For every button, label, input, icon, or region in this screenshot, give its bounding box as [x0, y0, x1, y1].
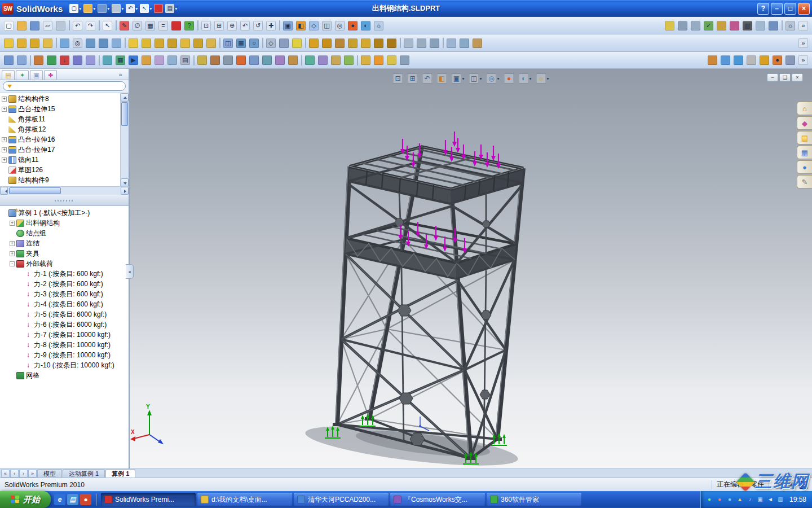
nonlinear-study-button[interactable] — [273, 54, 286, 67]
redo-button[interactable]: ↷ — [84, 19, 97, 32]
sensors-button[interactable] — [303, 54, 316, 67]
section-analysis-button[interactable] — [372, 54, 385, 67]
study-tree-item[interactable]: 算例 1 (-默认<按加工>-) — [2, 208, 127, 218]
spacer-button[interactable] — [411, 54, 706, 67]
rib-button[interactable] — [153, 36, 166, 50]
swept-boss-button[interactable] — [28, 36, 41, 50]
new-document-button[interactable]: ▢ — [2, 19, 15, 32]
toolbox-button[interactable] — [758, 54, 771, 67]
study-tree-item[interactable]: ↓ 力-9 (:按条目: 10000 kgf:) — [17, 350, 127, 360]
extruded-cut-button[interactable] — [58, 36, 71, 50]
study-tree-item[interactable]: + 夹具 — [10, 248, 127, 259]
tab-scroll-prev[interactable]: ‹ — [10, 470, 19, 478]
miter-flange-button[interactable] — [428, 36, 441, 50]
trim-extend-button[interactable] — [333, 36, 346, 50]
file-explorer-tab[interactable]: ▤ — [797, 131, 812, 144]
filter-input[interactable] — [15, 82, 121, 90]
shell-button[interactable] — [179, 36, 192, 50]
configurationmanager-tab[interactable]: ▣ — [30, 70, 43, 80]
zoom-in-out-button[interactable]: ⊕ — [226, 19, 239, 32]
curves-button[interactable] — [277, 36, 290, 50]
custom-properties-tab[interactable]: ✎ — [797, 175, 812, 189]
feature-tree-item[interactable]: 结构构件9 — [2, 175, 120, 185]
feature-tree-item[interactable]: + 结构构件8 — [2, 94, 120, 104]
edge-flange-button[interactable] — [415, 36, 428, 50]
file-properties-button[interactable]: ▤ — [164, 2, 178, 15]
zoom-to-fit-button[interactable]: ⊡ — [200, 19, 213, 32]
view-settings-button[interactable]: ☼ — [535, 72, 551, 85]
photoview-button[interactable]: ● — [771, 54, 784, 67]
open-document-button[interactable] — [15, 19, 28, 32]
tray-volume-icon[interactable]: ◄ — [766, 496, 774, 503]
spacer-button[interactable] — [385, 19, 663, 32]
apply-scene-button[interactable]: ◐ — [517, 72, 533, 85]
section-properties-button[interactable] — [689, 19, 702, 32]
motion-manager-button[interactable] — [706, 54, 719, 67]
study-tree-item[interactable]: ↓ 力-6 (:按条目: 6000 kgf:) — [17, 319, 127, 330]
combine-bodies-button[interactable] — [458, 36, 471, 50]
open-document-button[interactable] — [82, 2, 96, 15]
equations-button[interactable]: = — [157, 19, 170, 32]
study-tree-item[interactable]: ↓ 力-8 (:按条目: 10000 kgf:) — [17, 340, 127, 350]
separator-button[interactable] — [196, 19, 200, 32]
wrap-button[interactable] — [192, 36, 205, 50]
panel-tabs-overflow[interactable]: » — [114, 70, 127, 80]
tab-scroll-next[interactable]: › — [19, 470, 28, 478]
fatigue-study-button[interactable] — [209, 54, 222, 67]
graphics-viewport[interactable]: Y X ⊡ ⊞ ↶ ◧ ▣ ◫ ◎ ● ◐ ☼ — [130, 69, 812, 468]
rebuild-button[interactable] — [153, 2, 164, 15]
study-tree-item[interactable]: + 出料钢结构 — [10, 218, 127, 228]
extruded-boss-button[interactable] — [2, 36, 15, 50]
solidworks-rx-button[interactable] — [170, 19, 183, 32]
separator-button[interactable] — [67, 19, 71, 32]
feature-tree-item[interactable]: 草图126 — [2, 165, 120, 175]
select-pointer-button[interactable]: ↖ — [101, 19, 114, 32]
study-advisor-button[interactable] — [2, 54, 15, 67]
results-advisor-button[interactable] — [140, 54, 153, 67]
instant3d-button[interactable] — [290, 36, 303, 50]
rotate-view-button[interactable]: ↺ — [251, 19, 264, 32]
doc-minimize-button[interactable]: – — [767, 73, 778, 82]
study-tree-item[interactable]: + 连结 — [10, 238, 127, 248]
print-document-button[interactable] — [111, 2, 125, 15]
drop-test-button[interactable] — [222, 54, 235, 67]
design-insight-button[interactable] — [196, 54, 209, 67]
document-tab[interactable]: 模型 — [37, 469, 62, 478]
mass-props-button[interactable] — [398, 54, 411, 67]
task-360-task-button[interactable]: 360软件管家 — [487, 493, 581, 506]
measure-button[interactable] — [663, 19, 676, 32]
tray-update-icon[interactable]: ▲ — [736, 496, 744, 503]
dimxpertmanager-tab[interactable]: ✚ — [44, 70, 57, 80]
chamfer-button[interactable] — [140, 36, 153, 50]
panel-splitter[interactable] — [0, 195, 129, 206]
featuremanager-tab[interactable]: ▤ — [2, 70, 15, 80]
separator-button[interactable] — [299, 54, 303, 67]
scrollbar-thumb[interactable] — [121, 102, 128, 126]
view-palette-tab[interactable]: ▦ — [797, 146, 812, 159]
separator-button[interactable] — [97, 19, 101, 32]
make-drawing-from-part-button[interactable]: ▱ — [41, 19, 54, 32]
zoom-to-area-button[interactable]: ⊞ — [405, 72, 419, 85]
draft-button[interactable] — [166, 36, 179, 50]
hide-show-items-button[interactable]: ◎ — [484, 72, 501, 85]
tray-antivirus-icon[interactable]: ● — [716, 496, 723, 503]
dome-button[interactable] — [205, 36, 218, 50]
expand-toggle[interactable]: + — [10, 251, 15, 256]
run-study-button[interactable]: ▶ — [127, 54, 140, 67]
zoom-to-fit-button[interactable]: ⊡ — [391, 72, 404, 85]
external-loads-advisor-button[interactable]: ↓ — [58, 54, 71, 67]
feature-tree-item[interactable]: + 镜向11 — [2, 155, 120, 165]
previous-view-button[interactable]: ↶ — [239, 19, 251, 32]
close-button[interactable]: × — [798, 3, 810, 15]
separator-button[interactable] — [28, 54, 32, 67]
expand-toggle[interactable]: + — [2, 107, 7, 112]
separator-button[interactable] — [123, 36, 127, 50]
revolved-cut-button[interactable] — [84, 36, 97, 50]
separator-button[interactable] — [441, 36, 445, 50]
feature-tree-item[interactable]: 角撑板12 — [2, 124, 120, 134]
move-face-button[interactable] — [445, 36, 458, 50]
design-scenario-button[interactable] — [316, 54, 329, 67]
scroll-left-arrow[interactable] — [0, 187, 8, 195]
new-document-button[interactable]: ▢ — [68, 2, 82, 15]
tower-model[interactable] — [333, 147, 523, 460]
